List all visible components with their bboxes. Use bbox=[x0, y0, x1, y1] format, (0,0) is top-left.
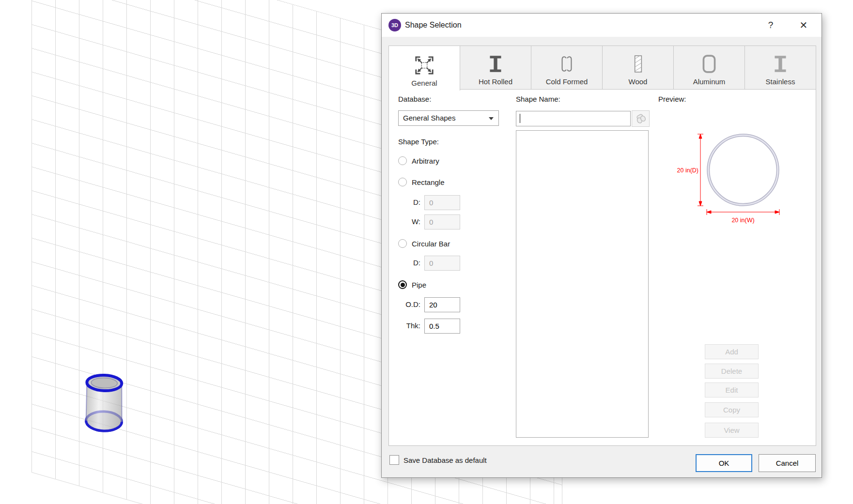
shape-name-field-wrap bbox=[516, 111, 631, 126]
tab-label: Stainless bbox=[766, 77, 795, 86]
save-database-label: Save Database as default bbox=[403, 456, 487, 464]
tab-general[interactable]: General bbox=[388, 46, 460, 91]
stainless-i-beam-icon bbox=[770, 54, 791, 74]
pipe-od-input[interactable] bbox=[424, 297, 460, 312]
tab-label: General bbox=[411, 79, 437, 87]
ok-button[interactable]: OK bbox=[696, 454, 752, 472]
text-caret bbox=[520, 114, 520, 123]
circular-diameter-input[interactable] bbox=[424, 256, 460, 271]
rect-width-label: W: bbox=[398, 217, 420, 226]
close-button[interactable]: ✕ bbox=[797, 18, 810, 32]
rect-depth-input[interactable] bbox=[424, 195, 460, 210]
tab-hot-rolled[interactable]: Hot Rolled bbox=[460, 46, 531, 90]
pipe-inner-circle bbox=[710, 137, 777, 204]
rect-width-input[interactable] bbox=[424, 214, 460, 229]
copy-button[interactable]: Copy bbox=[705, 402, 759, 417]
binoculars-icon bbox=[635, 114, 647, 123]
radio-label: Circular Bar bbox=[412, 240, 450, 248]
radio-arbitrary[interactable]: Arbitrary bbox=[398, 156, 439, 165]
width-dimension-text: 20 in(W) bbox=[731, 217, 754, 224]
radio-label: Pipe bbox=[412, 281, 426, 289]
dialog-titlebar[interactable]: 3D Shape Selection ? ✕ bbox=[382, 14, 822, 37]
c-channel-icon bbox=[557, 54, 577, 74]
tab-label: Cold Formed bbox=[546, 77, 588, 86]
tab-stainless[interactable]: Stainless bbox=[744, 46, 816, 90]
tab-wood[interactable]: Wood bbox=[602, 46, 674, 90]
shape-list[interactable] bbox=[516, 130, 649, 438]
pipe-thickness-label: Thk: bbox=[398, 321, 420, 330]
shape-selection-dialog: 3D Shape Selection ? ✕ G bbox=[381, 13, 822, 478]
rect-depth-label: D: bbox=[398, 198, 420, 206]
add-button[interactable]: Add bbox=[705, 344, 759, 359]
radio-circular-bar[interactable]: Circular Bar bbox=[398, 239, 450, 248]
pipe-member-3d[interactable] bbox=[79, 369, 129, 434]
radio-circle bbox=[398, 239, 407, 248]
delete-button[interactable]: Delete bbox=[705, 364, 759, 379]
pipe-thickness-input[interactable] bbox=[424, 319, 460, 334]
database-selected-value: General Shapes bbox=[403, 114, 455, 122]
dialog-title: Shape Selection bbox=[405, 14, 462, 37]
shape-name-input[interactable] bbox=[516, 111, 631, 126]
tab-label: Aluminum bbox=[693, 77, 726, 86]
aluminum-tube-icon bbox=[699, 54, 719, 74]
i-beam-icon bbox=[485, 54, 506, 74]
radio-circle bbox=[398, 178, 407, 186]
material-tab-strip: General Hot Rolled Cold Formed bbox=[388, 46, 816, 90]
radio-rectangle[interactable]: Rectangle bbox=[398, 178, 445, 186]
preview-label: Preview: bbox=[658, 95, 686, 103]
app-3d-icon: 3D bbox=[388, 19, 401, 31]
radio-circle-selected bbox=[398, 280, 407, 289]
radio-label: Rectangle bbox=[412, 178, 445, 186]
depth-dimension-text: 20 in(D) bbox=[677, 167, 698, 174]
database-dropdown[interactable]: General Shapes bbox=[398, 110, 499, 126]
width-dimension bbox=[707, 209, 779, 215]
tab-cold-formed[interactable]: Cold Formed bbox=[531, 46, 603, 90]
find-shape-button[interactable] bbox=[632, 110, 650, 127]
general-tab-page: Database: General Shapes Shape Name: Pre… bbox=[388, 89, 816, 446]
view-button[interactable]: View bbox=[705, 423, 759, 438]
radio-label: Arbitrary bbox=[412, 157, 439, 165]
general-shape-icon bbox=[414, 55, 434, 76]
edit-button[interactable]: Edit bbox=[705, 382, 759, 397]
pipe-od-label: O.D: bbox=[398, 300, 420, 308]
wood-section-icon bbox=[628, 54, 648, 74]
tab-label: Hot Rolled bbox=[479, 77, 512, 86]
help-button[interactable]: ? bbox=[764, 18, 777, 32]
database-label: Database: bbox=[398, 95, 431, 103]
cancel-button[interactable]: Cancel bbox=[759, 454, 816, 472]
shape-name-label: Shape Name: bbox=[516, 95, 560, 103]
radio-pipe[interactable]: Pipe bbox=[398, 280, 426, 289]
save-database-checkbox[interactable] bbox=[389, 455, 399, 465]
tab-aluminum[interactable]: Aluminum bbox=[673, 46, 745, 90]
shape-type-label: Shape Type: bbox=[398, 137, 439, 146]
pipe-section-preview: 20 in(D) 20 in(W) bbox=[670, 123, 796, 228]
chevron-down-icon bbox=[489, 117, 494, 120]
tab-label: Wood bbox=[629, 77, 648, 86]
radio-circle bbox=[398, 156, 407, 165]
circular-diameter-label: D: bbox=[398, 259, 420, 267]
